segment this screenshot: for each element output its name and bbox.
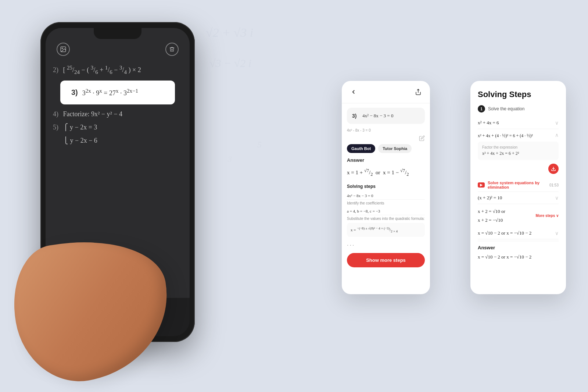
- expanded-section: x² + 4x + (4 · ½)² = 6 + (4 · ½)² ∧ Fact…: [478, 129, 559, 178]
- right-answer-section: Answer x = √10 − 2 or x = −√10 − 2: [478, 241, 559, 261]
- phone-label-area: Calculation Crop & solve a formula.: [91, 281, 144, 295]
- video-time: 01:53: [549, 183, 559, 187]
- solving-steps-section: Solving steps 4x² − 8x − 3 = 0 Identify …: [347, 184, 425, 237]
- camera-outer-ring: [94, 306, 113, 325]
- formula-box: x = −(−8) ± √(8)² − 4 × (−3)/2 × 4: [347, 223, 425, 237]
- right-card: Solving Steps 1 Solve the equation x² + …: [470, 81, 566, 294]
- camera-shutter-button[interactable]: [96, 308, 111, 322]
- phone-subtitle: Crop & solve a formula.: [91, 289, 144, 295]
- right-answer-label: Answer: [478, 245, 559, 250]
- chevron-down-icon-3[interactable]: ∨: [555, 230, 559, 236]
- delete-icon[interactable]: [165, 43, 179, 56]
- step-row-1: x² + 4x = 6 ∨: [478, 117, 559, 129]
- user-profile-button[interactable]: [147, 306, 165, 324]
- step-row-expand-2: x = √10 − 2 or x = −√10 − 2 ∨: [478, 227, 559, 239]
- step-row-expand-1: (x + 2)² = 10 ∨: [478, 192, 559, 204]
- edit-icon[interactable]: [419, 135, 425, 141]
- phone-content: 2) [ 25/24 − ( 3/6 + 1/6 − 3/4 ) × 2 3) …: [46, 28, 190, 336]
- solving-steps-title: Solving Steps: [478, 90, 559, 99]
- phone-screen: 2) [ 25/24 − ( 3/6 + 1/6 − 3/4 ) × 2 3) …: [46, 28, 190, 336]
- phone-mockup: 2) [ 25/24 − ( 3/6 + 1/6 − 3/4 ) × 2 3) …: [29, 22, 220, 364]
- chevron-down-icon-1[interactable]: ∨: [555, 120, 559, 126]
- text-mode-button[interactable]: Aa: [71, 306, 88, 324]
- step-badge: 1: [478, 105, 485, 113]
- answer-label: Answer: [347, 157, 425, 163]
- factor-expression-section: Factor the expression x² + 4x + 2x = 6 +…: [478, 142, 559, 160]
- tab-tutor-sophia[interactable]: Tutor Sophia: [378, 144, 412, 153]
- problem-sublabel: 4x² - 8x - 3 = 0: [342, 128, 430, 132]
- download-button[interactable]: [548, 164, 559, 174]
- share-button[interactable]: [413, 87, 423, 97]
- right-answer-math: x = √10 − 2 or x = −√10 − 2: [478, 253, 559, 261]
- problem-box: 3) 4x² − 8x − 3 = 0: [347, 108, 425, 124]
- back-button[interactable]: [348, 87, 359, 97]
- math-solver-button[interactable]: √x: [118, 303, 142, 327]
- phone-bottom-bar: Aa √x: [46, 298, 190, 336]
- phone-notch: [94, 28, 141, 39]
- svg-point-2: [155, 312, 157, 315]
- video-badge: ▶: [478, 182, 485, 188]
- tab-gauth-bot[interactable]: Gauth Bot: [347, 144, 375, 153]
- card-header: [342, 81, 430, 103]
- card-body: Answer x = 1 + √7/2 or x = 1 − √7/2 Solv…: [342, 157, 430, 294]
- gallery-icon[interactable]: [57, 43, 70, 56]
- chevron-up-icon[interactable]: ∧: [555, 132, 559, 138]
- middle-card: 3) 4x² − 8x − 3 = 0 4x² - 8x - 3 = 0 Gau…: [342, 81, 430, 294]
- phone-title: Calculation: [91, 281, 144, 289]
- more-steps-row: x + 2 = √10 or x + 2 = −√10 More steps ∨: [478, 204, 559, 227]
- ellipsis: ...: [347, 239, 425, 249]
- phone-equations: 2) [ 25/24 − ( 3/6 + 1/6 − 3/4 ) × 2 3) …: [46, 60, 190, 278]
- crop-selection-box: 3) 32x · 9x = 27x · 32x−1: [60, 81, 175, 104]
- video-link[interactable]: Solve system equations by elimination: [488, 181, 546, 189]
- step-header-text: Solve the equation: [488, 106, 524, 111]
- solving-steps-title: Solving steps: [347, 184, 425, 189]
- svg-point-1: [62, 48, 62, 49]
- answer-math: x = 1 + √7/2 or x = 1 − √7/2: [347, 167, 425, 179]
- tab-bar: Gauth Bot Tutor Sophia: [342, 144, 430, 157]
- phone-frame: 2) [ 25/24 − ( 3/6 + 1/6 − 3/4 ) × 2 3) …: [40, 22, 195, 342]
- answer-section: Answer x = 1 + √7/2 or x = 1 − √7/2: [347, 157, 425, 179]
- more-steps-button[interactable]: More steps ∨: [535, 214, 559, 218]
- video-row: ▶ Solve system equations by elimination …: [478, 178, 559, 192]
- show-more-button[interactable]: Show more steps: [347, 253, 425, 267]
- chevron-down-icon-2[interactable]: ∨: [555, 195, 559, 201]
